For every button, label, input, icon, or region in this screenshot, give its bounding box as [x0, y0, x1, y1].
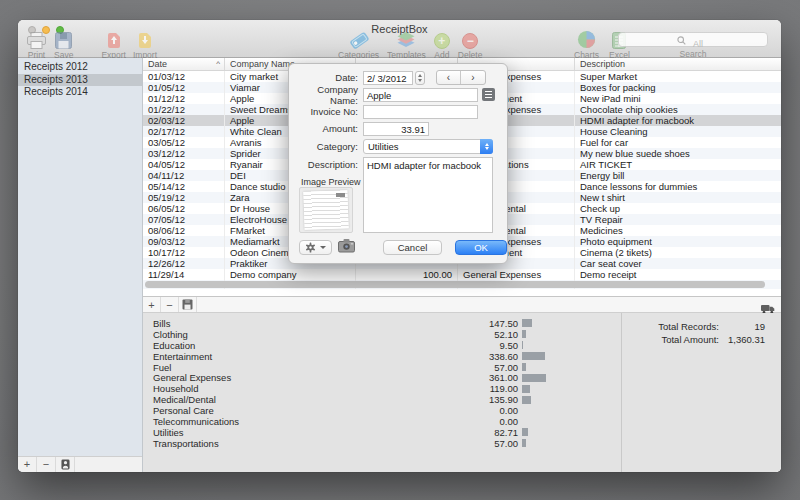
search-input[interactable]	[619, 38, 767, 51]
cell-description: New t shirt	[575, 192, 781, 203]
camera-button[interactable]	[337, 238, 355, 256]
description-label: Description:	[293, 159, 358, 170]
category-amount: 135.90	[438, 394, 518, 405]
category-name: Transportations	[153, 438, 438, 449]
table-row[interactable]: 11/29/14Demo company100.00General Expens…	[143, 269, 781, 280]
category-summary-row[interactable]: Entertainment338.60	[153, 351, 621, 362]
gear-menu-button[interactable]	[299, 240, 332, 255]
receipt-thumbnail[interactable]	[299, 187, 353, 233]
category-bar	[522, 341, 523, 349]
company-name-field[interactable]: Apple	[363, 88, 478, 102]
category-bar	[522, 396, 531, 404]
category-summary-row[interactable]: Fuel57.00	[153, 362, 621, 373]
date-field[interactable]: 2/ 3/2012	[363, 71, 413, 85]
sidebar-add-button[interactable]: +	[18, 457, 37, 472]
sidebar-item[interactable]: Receipts 2012	[18, 61, 142, 74]
category-amount: 57.00	[438, 438, 518, 449]
total-amount-label: Total Amount:	[622, 334, 719, 345]
print-button[interactable]: Print	[26, 31, 47, 60]
category-summary-row[interactable]: Bills147.50	[153, 318, 621, 329]
export-icon	[107, 31, 121, 49]
summary-save-button[interactable]	[179, 297, 197, 312]
summary-add-button[interactable]: +	[143, 297, 161, 312]
cell-company: Demo company	[225, 269, 356, 280]
totals-panel: Total Records: 19 Total Amount: 1,360.31	[621, 313, 781, 472]
sidebar-item[interactable]: Receipts 2013	[18, 74, 142, 87]
category-summary-row[interactable]: Utilities82.71	[153, 427, 621, 438]
import-icon	[138, 31, 152, 49]
popup-chevrons-icon	[480, 139, 493, 154]
cell-date: 08/06/12	[143, 225, 225, 236]
category-label: Category:	[293, 141, 358, 152]
categories-button[interactable]: Categories	[338, 31, 379, 60]
cell-description: Boxes for packing	[575, 82, 781, 93]
summary-remove-button[interactable]: −	[161, 297, 179, 312]
category-summary-row[interactable]: Personal Care0.00	[153, 405, 621, 416]
category-summary-row[interactable]: Education9.50	[153, 340, 621, 351]
column-header-date[interactable]: Date^	[143, 58, 225, 70]
category-popup[interactable]: Utilities	[363, 139, 493, 154]
category-summary-list: Bills147.50Clothing52.10Education9.50Ent…	[143, 313, 621, 472]
cell-date: 05/19/12	[143, 192, 225, 203]
charts-button[interactable]: Charts	[574, 31, 599, 60]
export-button[interactable]: Export	[101, 31, 126, 60]
cell-date: 04/11/12	[143, 170, 225, 181]
cell-description: Cinema (2 tikets)	[575, 247, 781, 258]
charts-icon	[577, 31, 596, 49]
sidebar-item[interactable]: Receipts 2014	[18, 86, 142, 99]
horizontal-scrollbar	[145, 281, 765, 289]
sidebar-remove-button[interactable]: −	[37, 457, 56, 472]
category-amount: 0.00	[438, 416, 518, 427]
category-summary-row[interactable]: Transportations57.00	[153, 438, 621, 449]
company-list-button[interactable]	[482, 88, 495, 101]
amount-field[interactable]: 33.91	[363, 122, 429, 136]
sidebar-list: Receipts 2012Receipts 2013Receipts 2014	[18, 58, 142, 99]
ok-button[interactable]: OK	[455, 240, 507, 255]
category-name: Bills	[153, 318, 438, 329]
category-amount: 82.71	[438, 427, 518, 438]
scrollbar-thumb[interactable]	[145, 281, 765, 288]
column-header-description[interactable]: Description	[575, 58, 781, 70]
cell-date: 07/05/12	[143, 214, 225, 225]
delete-button[interactable]: − Delete	[458, 31, 483, 60]
category-summary-row[interactable]: Telecommunications0.00	[153, 416, 621, 427]
category-name: General Expenses	[153, 372, 438, 383]
cell-date: 01/03/12	[143, 71, 225, 82]
category-summary-row[interactable]: Household119.00	[153, 383, 621, 394]
app-window: ReceiptBox Print Save Export Import	[18, 20, 781, 472]
cell-description: TV Repair	[575, 214, 781, 225]
add-icon: +	[434, 31, 450, 49]
delete-icon: −	[462, 31, 478, 49]
category-name: Clothing	[153, 329, 438, 340]
chevron-down-icon	[320, 246, 326, 249]
import-button[interactable]: Import	[133, 31, 157, 60]
company-name-label: Company Name:	[293, 84, 358, 106]
category-amount: 147.50	[438, 318, 518, 329]
save-button[interactable]: Save	[54, 31, 73, 60]
user-badge-button[interactable]	[56, 457, 75, 472]
user-icon	[61, 459, 70, 470]
add-button[interactable]: + Add	[434, 31, 450, 60]
cell-date: 01/22/12	[143, 104, 225, 115]
search-icon	[677, 36, 686, 45]
category-summary-row[interactable]: Clothing52.10	[153, 329, 621, 340]
invoice-no-field[interactable]	[363, 105, 478, 119]
next-record-button[interactable]: ›	[461, 71, 485, 84]
category-amount: 0.00	[438, 405, 518, 416]
category-summary-row[interactable]: General Expenses361.00	[153, 372, 621, 383]
templates-icon	[396, 31, 416, 49]
category-name: Telecommunications	[153, 416, 438, 427]
cell-description: Energy bill	[575, 170, 781, 181]
date-stepper[interactable]	[415, 71, 425, 85]
amount-label: Amount:	[293, 123, 358, 134]
description-field[interactable]: HDMI adapter for macbook	[363, 157, 493, 233]
templates-button[interactable]: Templates	[387, 31, 426, 60]
record-nav-control: ‹ ›	[436, 70, 486, 85]
cancel-button[interactable]: Cancel	[383, 240, 442, 255]
previous-record-button[interactable]: ‹	[437, 71, 461, 84]
sidebar: Receipts 2012Receipts 2013Receipts 2014 …	[18, 58, 143, 472]
cell-description: Chocolate chip cookies	[575, 104, 781, 115]
category-summary-row[interactable]: Medical/Dental135.90	[153, 394, 621, 405]
category-name: Personal Care	[153, 405, 438, 416]
cell-description: Demo receipt	[575, 269, 781, 280]
